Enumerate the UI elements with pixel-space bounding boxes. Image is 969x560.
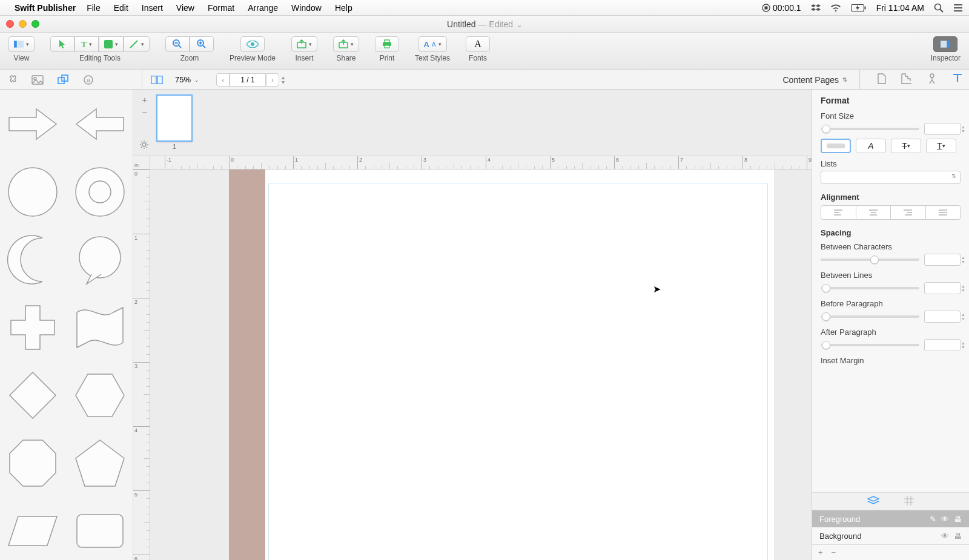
chevron-down-icon[interactable]: ⌄: [517, 21, 522, 28]
menu-file[interactable]: File: [87, 3, 101, 13]
shape-octagon[interactable]: [4, 435, 62, 492]
thumbnail-options-icon[interactable]: [139, 140, 149, 152]
char-spacing-slider[interactable]: [821, 259, 919, 261]
menu-format[interactable]: Format: [208, 3, 234, 13]
layer-visibility-icon[interactable]: 👁: [941, 515, 949, 524]
inspector-toggle[interactable]: [933, 36, 957, 52]
facing-pages-icon[interactable]: [151, 74, 163, 86]
remove-layer-icon[interactable]: −: [832, 548, 836, 557]
inspector-tab-appearance-icon[interactable]: [927, 73, 938, 86]
page-thumbnail-1[interactable]: 1: [156, 94, 193, 150]
before-para-slider[interactable]: [821, 315, 919, 318]
align-center-button[interactable]: [856, 205, 891, 220]
bold-button[interactable]: [821, 139, 851, 153]
underline-button[interactable]: T▾: [926, 139, 956, 153]
after-para-slider[interactable]: [821, 344, 919, 346]
ruler-unit[interactable]: in: [133, 156, 150, 170]
view-mode-button[interactable]: ▾: [8, 36, 35, 52]
line-spacing-field[interactable]: ▲▼: [924, 282, 961, 294]
insert-button[interactable]: ▾: [291, 36, 317, 52]
layer-print-icon[interactable]: 🖶: [954, 515, 962, 524]
layers-tab-icon[interactable]: [867, 496, 879, 507]
layer-lock-icon[interactable]: ✎: [930, 515, 936, 524]
prev-page-button[interactable]: ‹: [216, 73, 230, 87]
menu-view[interactable]: View: [176, 3, 194, 13]
shapes-panel-icon[interactable]: [57, 74, 69, 86]
shape-plus[interactable]: [4, 299, 62, 356]
before-para-field[interactable]: ▲▼: [924, 311, 961, 323]
shape-crescent[interactable]: [4, 231, 62, 288]
after-para-field[interactable]: ▲▼: [924, 339, 961, 351]
text-tool[interactable]: T▾: [74, 36, 99, 52]
menu-window[interactable]: Window: [291, 3, 322, 13]
shape-speech-bubble[interactable]: [71, 231, 130, 288]
zoom-dropdown[interactable]: 75%⌄: [175, 75, 199, 84]
shape-parallelogram[interactable]: [4, 502, 62, 559]
page-indicator[interactable]: 1 / 1: [230, 73, 266, 87]
inspector-tab-text-icon[interactable]: [952, 73, 963, 86]
font-size-field[interactable]: ▲▼: [924, 123, 961, 135]
inspector-tab-document-icon[interactable]: [877, 73, 887, 86]
pointer-tool[interactable]: [50, 36, 74, 52]
menu-extras-icon[interactable]: [953, 4, 963, 12]
zoom-out-button[interactable]: [165, 36, 190, 52]
record-timer-icon[interactable]: 00:00.1: [762, 3, 801, 13]
photos-panel-icon[interactable]: [31, 74, 44, 86]
shape-arrow-right[interactable]: [4, 96, 62, 153]
share-button[interactable]: ▾: [333, 36, 359, 52]
shape-arrow-left[interactable]: [71, 96, 130, 153]
text-styles-button[interactable]: AA▾: [418, 36, 447, 52]
canvas[interactable]: ➤: [150, 170, 812, 560]
clipart-panel-icon[interactable]: [6, 74, 18, 86]
shape-circle[interactable]: [4, 163, 62, 220]
add-page-icon[interactable]: +: [142, 94, 148, 105]
align-justify-button[interactable]: [926, 205, 961, 220]
shape-wave-flag[interactable]: [71, 299, 130, 356]
horizontal-ruler[interactable]: -1012345678910: [150, 156, 812, 170]
remove-page-icon[interactable]: −: [142, 107, 148, 117]
print-button[interactable]: [375, 36, 399, 52]
shape-pentagon[interactable]: [71, 435, 130, 492]
lists-dropdown[interactable]: ⇅: [821, 171, 961, 184]
battery-icon[interactable]: [851, 4, 867, 12]
layer-foreground[interactable]: Foreground ✎ 👁 🖶: [812, 510, 969, 527]
zoom-in-button[interactable]: [190, 36, 214, 52]
clock[interactable]: Fri 11:04 AM: [876, 3, 924, 13]
menu-edit[interactable]: Edit: [114, 3, 128, 13]
add-layer-icon[interactable]: +: [818, 548, 823, 557]
line-tool[interactable]: ▾: [124, 36, 150, 52]
smart-shapes-panel-icon[interactable]: a: [82, 74, 94, 86]
spotlight-icon[interactable]: [934, 3, 944, 13]
align-left-button[interactable]: [821, 205, 856, 220]
zoom-window[interactable]: [31, 20, 39, 28]
fonts-button[interactable]: A: [466, 36, 490, 52]
page-stepper[interactable]: ▴▾: [282, 75, 285, 85]
dropbox-icon[interactable]: [811, 3, 821, 13]
pages-popup[interactable]: Content Pages⇅: [782, 75, 847, 85]
align-right-button[interactable]: [891, 205, 926, 220]
vertical-ruler[interactable]: 012345678: [133, 170, 150, 560]
shape-rounded-rect[interactable]: [71, 502, 130, 559]
strikethrough-button[interactable]: T▾: [891, 139, 921, 153]
char-spacing-field[interactable]: ▲▼: [924, 254, 961, 266]
menu-help[interactable]: Help: [335, 3, 352, 13]
layer-print-icon[interactable]: 🖶: [954, 532, 962, 541]
layer-background[interactable]: Background 👁 🖶: [812, 527, 969, 544]
shape-tool[interactable]: ▾: [99, 36, 124, 52]
minimize-window[interactable]: [19, 20, 27, 28]
menu-arrange[interactable]: Arrange: [248, 3, 278, 13]
shape-donut[interactable]: [71, 163, 130, 220]
wifi-icon[interactable]: [830, 4, 841, 12]
document-title[interactable]: Untitled — Edited ⌄: [447, 19, 522, 29]
inspector-tab-geometry-icon[interactable]: [901, 73, 912, 86]
app-name[interactable]: Swift Publisher: [15, 3, 76, 13]
shape-hexagon[interactable]: [71, 367, 130, 424]
font-size-slider[interactable]: [821, 128, 919, 130]
close-window[interactable]: [6, 20, 14, 28]
grid-tab-icon[interactable]: [904, 495, 914, 508]
line-spacing-slider[interactable]: [821, 287, 919, 289]
shape-diamond[interactable]: [4, 367, 62, 424]
next-page-button[interactable]: ›: [266, 73, 279, 87]
preview-mode-button[interactable]: [240, 36, 265, 52]
menu-insert[interactable]: Insert: [142, 3, 163, 13]
